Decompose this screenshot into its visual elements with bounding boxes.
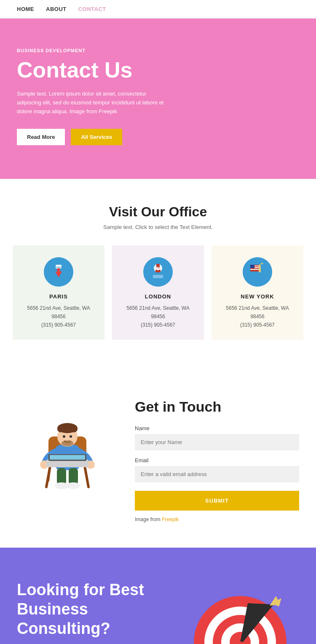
svg-rect-18 xyxy=(250,265,254,268)
hero-title: Contact Us xyxy=(17,58,299,82)
navigation: HOME ABOUT CONTACT xyxy=(0,0,316,19)
svg-rect-19 xyxy=(259,266,261,272)
svg-point-33 xyxy=(70,435,72,438)
consulting-section: Looking for Best Business Consulting? Sa… xyxy=(0,548,316,644)
form-title: Get in Touch xyxy=(135,399,299,415)
office-title: Visit Our Office xyxy=(13,204,303,220)
name-input[interactable] xyxy=(135,434,299,450)
freepik-link[interactable]: Freepik xyxy=(162,516,179,522)
newyork-icon xyxy=(243,257,272,287)
office-card-paris: PARIS PARIS 5656 21nd Ave, Seattle, WA 9… xyxy=(13,245,104,340)
hero-subtitle: BUSINESS DEVELOPMENT xyxy=(17,48,299,53)
hero-text: Sample text. Lorem ipsum dolor sit amet,… xyxy=(17,90,164,116)
svg-rect-12 xyxy=(153,275,163,278)
svg-point-32 xyxy=(63,435,65,438)
all-services-button[interactable]: All Services xyxy=(71,129,122,145)
svg-point-4 xyxy=(57,268,60,271)
nav-about[interactable]: ABOUT xyxy=(46,6,67,12)
paris-name: PARIS xyxy=(20,293,97,300)
nav-home[interactable]: HOME xyxy=(17,6,34,12)
contact-section: Get in Touch Name Email SUBMIT Image fro… xyxy=(0,365,316,548)
name-form-group: Name xyxy=(135,425,299,450)
name-label: Name xyxy=(135,425,299,431)
image-credit: Image from Freepik xyxy=(135,516,299,522)
nav-contact[interactable]: CONTACT xyxy=(78,6,106,12)
contact-form: Get in Touch Name Email SUBMIT Image fro… xyxy=(135,390,299,522)
office-cards: PARIS PARIS 5656 21nd Ave, Seattle, WA 9… xyxy=(13,245,303,340)
submit-button[interactable]: SUBMIT xyxy=(135,491,299,511)
office-subtitle: Sample text. Click to select the Text El… xyxy=(13,224,303,230)
office-card-london: LONDON 5656 21nd Ave, Seattle, WA 98456 … xyxy=(112,245,204,340)
email-label: Email xyxy=(135,457,299,463)
office-section: Visit Our Office Sample text. Click to s… xyxy=(0,179,316,365)
hero-buttons: Read More All Services xyxy=(17,129,299,145)
london-address: 5656 21nd Ave, Seattle, WA 98456 (315) 9… xyxy=(120,304,196,330)
read-more-button[interactable]: Read More xyxy=(17,129,65,145)
svg-point-22 xyxy=(261,263,263,264)
contact-illustration xyxy=(17,390,118,495)
target-illustration xyxy=(181,581,299,644)
svg-rect-17 xyxy=(250,269,260,270)
svg-point-42 xyxy=(55,482,68,489)
svg-rect-39 xyxy=(50,455,85,460)
consulting-text: Looking for Best Business Consulting? Sa… xyxy=(17,580,169,644)
paris-icon: PARIS xyxy=(44,257,73,287)
office-card-newyork: NEW YORK 5656 21nd Ave, Seattle, WA 9845… xyxy=(212,245,303,340)
newyork-name: NEW YORK xyxy=(219,293,296,300)
london-name: LONDON xyxy=(120,293,196,300)
svg-point-34 xyxy=(62,440,73,446)
newyork-address: 5656 21nd Ave, Seattle, WA 98456 (315) 9… xyxy=(219,304,296,330)
paris-address: 5656 21nd Ave, Seattle, WA 98456 (315) 9… xyxy=(20,304,97,330)
svg-point-13 xyxy=(246,261,268,283)
svg-point-43 xyxy=(67,482,80,489)
email-input[interactable] xyxy=(135,466,299,482)
email-form-group: Email xyxy=(135,457,299,482)
consulting-title: Looking for Best Business Consulting? xyxy=(17,580,169,638)
london-icon xyxy=(143,257,173,287)
hero-section: BUSINESS DEVELOPMENT Contact Us Sample t… xyxy=(0,19,316,179)
svg-rect-31 xyxy=(57,426,78,432)
